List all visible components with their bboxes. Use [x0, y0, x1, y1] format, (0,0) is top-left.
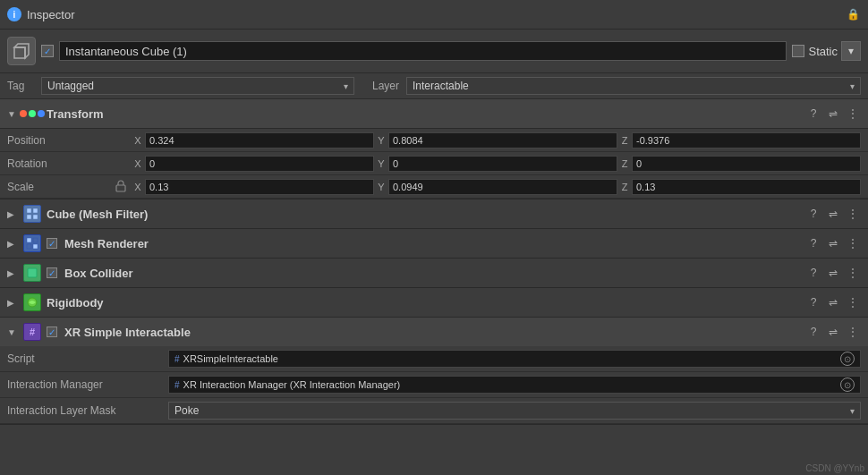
svg-rect-12 — [33, 244, 38, 249]
watermark: CSDN @YYnb — [805, 463, 864, 473]
rotation-y-input[interactable] — [388, 156, 617, 172]
xr-interactable-component: ▼ # XR Simple Interactable ? ⇌ ⋮ Script … — [0, 318, 868, 425]
scale-lock-icon — [115, 180, 127, 192]
script-field[interactable]: # XRSimpleInteractable ⊙ — [168, 350, 861, 368]
box-collider-svg — [26, 267, 38, 279]
mesh-filter-help[interactable]: ? — [805, 206, 821, 222]
interaction-manager-label: Interaction Manager — [7, 378, 168, 391]
layer-arrow: ▾ — [845, 81, 855, 91]
mesh-renderer-svg — [26, 237, 38, 250]
scale-y-input[interactable] — [388, 179, 617, 195]
static-checkbox[interactable] — [792, 45, 804, 57]
layer-select[interactable]: Interactable ▾ — [406, 77, 861, 95]
position-y-input[interactable] — [388, 132, 617, 148]
mesh-filter-icon — [23, 205, 41, 223]
transform-circle-blue — [38, 110, 45, 117]
position-row: Position X Y Z — [0, 129, 868, 152]
title-bar: i Inspector 🔒 — [0, 0, 868, 30]
rigidbody-settings[interactable]: ⇌ — [825, 294, 841, 310]
interaction-manager-field[interactable]: # XR Interaction Manager (XR Interaction… — [168, 376, 861, 394]
lock-button[interactable]: 🔒 — [845, 6, 861, 22]
transform-menu[interactable]: ⋮ — [845, 106, 861, 122]
rigidbody-help[interactable]: ? — [805, 294, 821, 310]
position-x-item: X — [132, 132, 374, 148]
xr-expand[interactable]: ▼ — [7, 327, 18, 337]
rotation-x-item: X — [132, 156, 374, 172]
xr-checkbox[interactable] — [47, 327, 57, 337]
script-target-btn[interactable]: ⊙ — [840, 352, 855, 366]
tag-label: Tag — [7, 80, 34, 92]
svg-rect-5 — [27, 208, 31, 213]
position-x-input[interactable] — [145, 132, 374, 148]
mesh-renderer-expand[interactable]: ▶ — [7, 239, 18, 249]
tag-arrow: ▾ — [338, 81, 348, 91]
rigidbody-actions: ? ⇌ ⋮ — [805, 294, 861, 310]
mesh-renderer-actions: ? ⇌ ⋮ — [805, 235, 861, 251]
transform-expand[interactable]: ▼ — [7, 109, 18, 119]
script-row: Script # XRSimpleInteractable ⊙ — [0, 346, 868, 372]
scale-x-input[interactable] — [145, 179, 374, 195]
box-collider-help[interactable]: ? — [805, 265, 821, 281]
tag-value: Untagged — [47, 80, 94, 92]
transform-help[interactable]: ? — [805, 106, 821, 122]
xr-interactable-header[interactable]: ▼ # XR Simple Interactable ? ⇌ ⋮ — [0, 318, 868, 346]
rotation-row: Rotation X Y Z — [0, 152, 868, 175]
position-z-item: Z — [619, 132, 861, 148]
mesh-renderer-menu[interactable]: ⋮ — [845, 235, 861, 251]
object-icon — [7, 37, 36, 65]
rigidbody-expand[interactable]: ▶ — [7, 298, 18, 308]
box-collider-settings[interactable]: ⇌ — [825, 265, 841, 281]
svg-rect-7 — [27, 215, 31, 219]
xr-help[interactable]: ? — [805, 324, 821, 340]
mesh-renderer-title: Mesh Renderer — [64, 237, 800, 250]
inspector-icon: i — [7, 7, 21, 21]
mesh-renderer-help[interactable]: ? — [805, 235, 821, 251]
static-dropdown[interactable]: ▾ — [841, 41, 861, 61]
rotation-x-input[interactable] — [145, 156, 374, 172]
rigidbody-icon — [23, 293, 41, 311]
xr-settings[interactable]: ⇌ — [825, 324, 841, 340]
mesh-filter-title: Cube (Mesh Filter) — [47, 208, 800, 221]
mesh-filter-header[interactable]: ▶ Cube (Mesh Filter) ? ⇌ ⋮ — [0, 199, 868, 228]
mesh-filter-expand[interactable]: ▶ — [7, 209, 18, 219]
interaction-manager-target-btn[interactable]: ⊙ — [840, 377, 855, 392]
transform-settings[interactable]: ⇌ — [825, 106, 841, 122]
interaction-layer-mask-select[interactable]: Poke ▾ — [168, 402, 861, 420]
xr-menu[interactable]: ⋮ — [845, 324, 861, 340]
position-z-input[interactable] — [632, 132, 861, 148]
rigidbody-header[interactable]: ▶ Rigidbody ? ⇌ ⋮ — [0, 288, 868, 317]
xr-title: XR Simple Interactable — [64, 326, 800, 339]
script-value: XRSimpleInteractable — [183, 353, 278, 364]
mesh-renderer-checkbox[interactable] — [47, 238, 57, 249]
rotation-label: Rotation — [7, 157, 115, 170]
scale-x-item: X — [132, 179, 374, 195]
transform-header[interactable]: ▼ Transform ? ⇌ ⋮ — [0, 99, 868, 129]
rotation-z-label: Z — [619, 158, 630, 169]
scale-label: Scale — [7, 181, 115, 193]
rotation-z-input[interactable] — [632, 156, 861, 172]
tag-select[interactable]: Untagged ▾ — [41, 77, 354, 95]
mesh-renderer-header[interactable]: ▶ Mesh Renderer ? ⇌ ⋮ — [0, 229, 868, 258]
position-y-label: Y — [376, 135, 387, 146]
box-collider-checkbox[interactable] — [47, 267, 57, 278]
object-active-checkbox[interactable] — [41, 45, 54, 57]
svg-marker-1 — [14, 44, 29, 58]
object-header: Static ▾ — [0, 30, 868, 73]
box-collider-menu[interactable]: ⋮ — [845, 265, 861, 281]
svg-rect-13 — [28, 268, 37, 277]
layer-value: Interactable — [413, 80, 469, 92]
box-collider-expand[interactable]: ▶ — [7, 268, 18, 278]
layer-label: Layer — [372, 80, 399, 92]
rigidbody-title: Rigidbody — [47, 296, 800, 310]
box-collider-header[interactable]: ▶ Box Collider ? ⇌ ⋮ — [0, 259, 868, 287]
scale-z-input[interactable] — [632, 179, 861, 195]
object-name-input[interactable] — [59, 41, 787, 61]
script-icon: # — [174, 354, 180, 364]
box-collider-actions: ? ⇌ ⋮ — [805, 265, 861, 281]
mesh-filter-settings[interactable]: ⇌ — [825, 206, 841, 222]
rigidbody-menu[interactable]: ⋮ — [845, 294, 861, 310]
transform-icon-circles — [20, 110, 45, 117]
transform-circle-red — [20, 110, 27, 117]
mesh-renderer-settings[interactable]: ⇌ — [825, 235, 841, 251]
mesh-filter-menu[interactable]: ⋮ — [845, 206, 861, 222]
